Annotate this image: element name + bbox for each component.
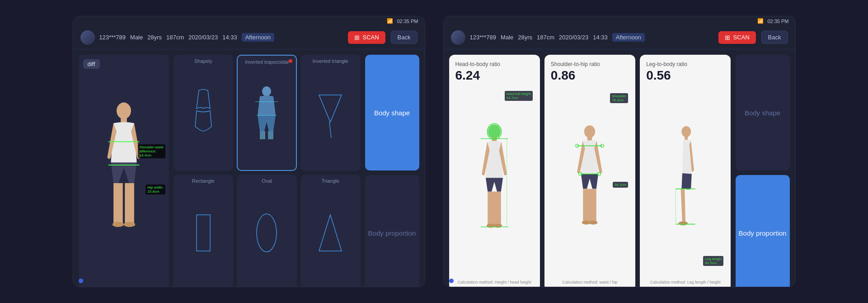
diff-label: diff [83, 59, 100, 69]
topright-s2: ⊞ SCAN Back [718, 31, 788, 44]
svg-rect-18 [488, 192, 494, 225]
svg-point-26 [584, 125, 595, 138]
body-figure-area: Shoulder-waistdifference:18.4cm Hip widt… [79, 55, 169, 287]
svg-line-13 [329, 122, 331, 138]
main-figure-panel: diff [79, 55, 169, 287]
qr-icon-s1: ⊞ [354, 34, 360, 41]
leg-body-title: Leg-to-body ratio [646, 61, 724, 67]
head-body-card: Head-to-body ratio 6.24 [449, 55, 540, 287]
leg-body-figure-area: Leg length84.5cm [646, 86, 724, 277]
tri-icon [317, 206, 344, 260]
body-shape-btn-s2[interactable]: Body shape [736, 55, 790, 170]
hip-width-label: Hip width:23.8cm [145, 185, 165, 194]
period-badge-s2: Afternoon [612, 33, 645, 42]
date-s1: 2020/03/23 [188, 34, 218, 41]
leg-body-value: 0.56 [646, 68, 724, 83]
svg-point-38 [681, 126, 691, 137]
shapely-icon [190, 86, 217, 140]
shoulder-hip-footer: Calculation method: waist / hip [551, 280, 629, 284]
qr-icon-s2: ⊞ [725, 34, 730, 41]
time2-s1: 14:33 [222, 34, 237, 41]
shape-oval[interactable]: Oval [237, 175, 297, 287]
svg-point-15 [257, 214, 277, 252]
svg-rect-19 [494, 192, 501, 225]
svg-rect-28 [583, 189, 590, 222]
height-s2: 187cm [537, 34, 554, 41]
svg-rect-9 [260, 131, 265, 139]
content-s2: Head-to-body ratio 6.24 [444, 49, 795, 287]
shoulder-hip-svg [572, 123, 608, 241]
inv-tri-icon [317, 86, 344, 140]
inv-trap-icon [253, 86, 280, 140]
content-s1: diff [73, 49, 425, 287]
period-badge-s1: Afternoon [242, 33, 274, 42]
back-button-s1[interactable]: Back [391, 31, 418, 44]
right-nav-s2: Body shape Body proportion [736, 55, 790, 287]
shape-rectangle[interactable]: Rectangle [174, 175, 234, 287]
head-body-value: 6.24 [455, 68, 534, 83]
hip-annotation: 94.1cm [613, 182, 628, 188]
oval-label: Oval [237, 178, 297, 184]
shoulder-waist-label: Shoulder-waistdifference:18.4cm [138, 144, 165, 158]
head-body-svg [476, 123, 512, 241]
head-annotation: head full height24.7cm [505, 91, 533, 101]
rect-icon [190, 206, 217, 260]
gender-s1: Male [130, 34, 143, 41]
topbar-s2: 123***789 Male 28yrs 187cm 2020/03/23 14… [444, 26, 795, 49]
svg-rect-10 [268, 131, 273, 139]
svg-rect-14 [197, 215, 210, 251]
svg-point-5 [124, 222, 135, 227]
user-id-s2: 123***789 [470, 34, 497, 41]
age-s1: 28yrs [147, 34, 162, 41]
tri-label: Triangle [300, 178, 361, 184]
status-dot-s2 [449, 279, 454, 283]
time-s2: 02:35 PM [767, 19, 788, 24]
svg-point-16 [488, 124, 501, 138]
right-nav-s1: Body shape Body proportion [365, 55, 419, 287]
svg-rect-3 [125, 183, 134, 224]
shoulder-hip-figure-area: Shoulder79.3cm 94.1cm [551, 86, 629, 277]
shoulder-hip-value: 0.86 [551, 68, 629, 83]
body-figure-svg [97, 100, 151, 245]
avatar-s2 [451, 30, 465, 45]
shape-inverted-trapezoidal[interactable]: Inverted trapezoidal [237, 55, 297, 171]
svg-point-0 [117, 103, 131, 119]
shoulder-annotation: Shoulder79.3cm [610, 93, 628, 103]
topbar-s1: 123***789 Male 28yrs 187cm 2020/03/23 14… [73, 26, 425, 49]
shape-inverted-triangle[interactable]: Inverted triangle [300, 55, 361, 171]
body-shape-btn-s1[interactable]: Body shape [365, 55, 419, 170]
back-button-s2[interactable]: Back [761, 31, 788, 44]
user-id-s1: 123***789 [99, 34, 126, 41]
leg-body-svg [672, 123, 699, 241]
time-s1: 02:35 PM [397, 19, 418, 24]
avatar-s1 [80, 30, 95, 45]
inv-tri-label: Inverted triangle [300, 58, 361, 64]
leg-body-footer: Calculation method: Leg length / height [646, 280, 724, 284]
leg-body-card: Leg-to-body ratio 0.56 [640, 55, 731, 287]
svg-point-4 [112, 222, 123, 227]
rect-label: Rectangle [174, 178, 234, 184]
shoulder-hip-title: Shoulder-to-hip ratio [551, 61, 629, 67]
age-s2: 28yrs [518, 34, 532, 41]
inverted-trap-label: Inverted trapezoidal [238, 59, 296, 65]
screen2-body-proportion: 📶 02:35 PM 123***789 Male 28yrs 187cm 20… [443, 16, 796, 287]
shape-shapely-label: Shapely [174, 58, 234, 64]
leg-annotation: Leg length84.5cm [703, 256, 723, 266]
body-proportion-btn-s1[interactable]: Body proportion [365, 175, 419, 287]
body-proportion-btn-s2[interactable]: Body proportion [736, 175, 790, 287]
user-info-s1: 123***789 Male 28yrs 187cm 2020/03/23 14… [99, 33, 348, 42]
date-s2: 2020/03/23 [559, 34, 588, 41]
head-body-title: Head-to-body ratio [455, 61, 534, 67]
shoulder-hip-card: Shoulder-to-hip ratio 0.86 [544, 55, 635, 287]
svg-rect-2 [113, 183, 123, 224]
scan-button-s1[interactable]: ⊞ SCAN [348, 31, 385, 44]
screen1-body-shape: 📶 02:35 PM 123***789 Male 28yrs 187cm 20… [73, 16, 425, 287]
shape-triangle[interactable]: Triangle [300, 175, 361, 287]
head-body-figure-area: head full height24.7cm [455, 86, 534, 277]
active-dot [289, 59, 292, 63]
scan-button-s2[interactable]: ⊞ SCAN [718, 31, 755, 44]
svg-point-8 [262, 86, 271, 96]
status-dot-s1 [79, 279, 83, 283]
shape-shapely[interactable]: Shapely [174, 55, 234, 171]
gender-s2: Male [501, 34, 513, 41]
